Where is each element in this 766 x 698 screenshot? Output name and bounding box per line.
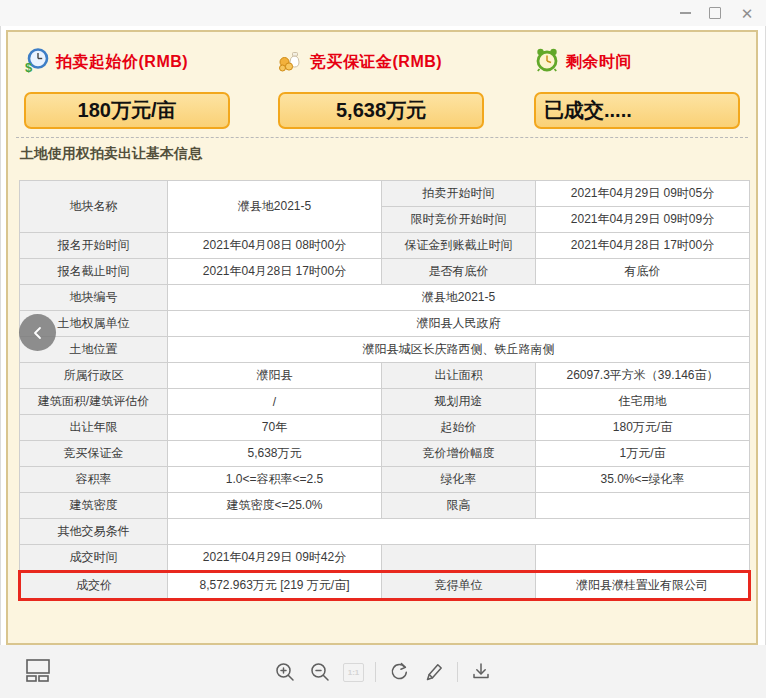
download-icon bbox=[470, 661, 492, 683]
table-label-cell: 容积率 bbox=[20, 467, 168, 493]
table-value-cell: 濮县地2021-5 bbox=[168, 181, 382, 233]
table-row: 报名截止时间2021年04月28日 17时00分是否有底价有底价 bbox=[20, 259, 750, 285]
edit-button[interactable] bbox=[422, 660, 446, 684]
bottom-toolbar: 1:1 bbox=[0, 645, 766, 698]
table-value-cell: 70年 bbox=[168, 415, 382, 441]
table-label-cell: 建筑面积/建筑评估价 bbox=[20, 389, 168, 415]
table-row-highlighted: 成交价8,572.963万元 [219 万元/亩]竞得单位濮阳县濮桂置业有限公司 bbox=[20, 572, 750, 600]
toolbar-separator bbox=[375, 662, 376, 682]
table-value-cell: 建筑密度<=25.0% bbox=[168, 493, 382, 519]
table-value-cell: 2021年04月08日 08时00分 bbox=[168, 233, 382, 259]
zoom-out-icon bbox=[309, 661, 331, 683]
close-button[interactable]: ✕ bbox=[736, 3, 758, 23]
actual-size-label: 1:1 bbox=[348, 668, 360, 677]
table-label-cell: 出让面积 bbox=[382, 363, 536, 389]
table-label-cell: 成交价 bbox=[20, 572, 168, 600]
minimize-icon bbox=[680, 12, 691, 14]
table-label-cell: 建筑密度 bbox=[20, 493, 168, 519]
table-value-cell: 濮阳县城区长庆路西侧、铁丘路南侧 bbox=[168, 337, 750, 363]
actual-size-button[interactable]: 1:1 bbox=[343, 663, 364, 682]
table-label-cell: 其他交易条件 bbox=[20, 519, 168, 545]
table-label-cell: 竞得单位 bbox=[382, 572, 536, 600]
table-row: 土地权属单位濮阳县人民政府 bbox=[20, 311, 750, 337]
alarm-clock-icon bbox=[534, 47, 560, 77]
maximize-icon bbox=[709, 7, 721, 19]
time-left-header: 剩余时间 bbox=[534, 48, 632, 76]
table-value-cell bbox=[168, 519, 750, 545]
table-value-cell: 2021年04月29日 09时05分 bbox=[536, 181, 750, 207]
svg-text:$: $ bbox=[25, 60, 33, 73]
table-label-cell: 地块编号 bbox=[20, 285, 168, 311]
deposit-label: 竞买保证金(RMB) bbox=[310, 52, 442, 73]
table-value-cell: 35.0%<=绿化率 bbox=[536, 467, 750, 493]
pencil-icon bbox=[423, 661, 445, 683]
table-row: 地块名称濮县地2021-5拍卖开始时间2021年04月29日 09时05分 bbox=[20, 181, 750, 207]
zoom-in-button[interactable] bbox=[273, 660, 297, 684]
table-value-cell: 2021年04月28日 17时00分 bbox=[536, 233, 750, 259]
table-value-cell: 住宅用地 bbox=[536, 389, 750, 415]
table-label-cell: 拍卖开始时间 bbox=[382, 181, 536, 207]
table-label-cell: 出让年限 bbox=[20, 415, 168, 441]
table-row: 出让年限70年起始价180万元/亩 bbox=[20, 415, 750, 441]
auction-detail-window: { "window": { "close_glyph": "✕" }, "sta… bbox=[0, 0, 766, 698]
table-label-cell bbox=[382, 545, 536, 572]
table-label-cell: 所属行政区 bbox=[20, 363, 168, 389]
table-label-cell: 保证金到账截止时间 bbox=[382, 233, 536, 259]
table-row: 竞买保证金5,638万元竞价增价幅度1万元/亩 bbox=[20, 441, 750, 467]
table-label-cell: 报名截止时间 bbox=[20, 259, 168, 285]
table-value-cell: 180万元/亩 bbox=[536, 415, 750, 441]
zoom-out-button[interactable] bbox=[308, 660, 332, 684]
rotate-button[interactable] bbox=[387, 660, 411, 684]
chevron-left-icon bbox=[30, 325, 46, 341]
table-label-cell: 是否有底价 bbox=[382, 259, 536, 285]
info-table: 地块名称濮县地2021-5拍卖开始时间2021年04月29日 09时05分限时竞… bbox=[18, 180, 751, 601]
table-value-cell: 26097.3平方米（39.146亩） bbox=[536, 363, 750, 389]
table-label-cell: 地块名称 bbox=[20, 181, 168, 233]
table-value-cell: 濮县地2021-5 bbox=[168, 285, 750, 311]
table-label-cell: 竞买保证金 bbox=[20, 441, 168, 467]
table-value-cell: 濮阳县人民政府 bbox=[168, 311, 750, 337]
table-value-cell bbox=[536, 493, 750, 519]
maximize-button[interactable] bbox=[704, 3, 726, 23]
table-row: 所属行政区濮阳县出让面积26097.3平方米（39.146亩） bbox=[20, 363, 750, 389]
table-value-cell: 有底价 bbox=[536, 259, 750, 285]
start-price-value: 180万元/亩 bbox=[24, 92, 230, 129]
table-label-cell: 起始价 bbox=[382, 415, 536, 441]
table-row: 其他交易条件 bbox=[20, 519, 750, 545]
table-label-cell: 限时竞价开始时间 bbox=[382, 207, 536, 233]
minimize-button[interactable] bbox=[674, 3, 696, 23]
section-title: 土地使用权拍卖出让基本信息 bbox=[20, 145, 202, 163]
table-label-cell: 绿化率 bbox=[382, 467, 536, 493]
viewer-toolbar: 1:1 bbox=[0, 654, 766, 690]
table-label-cell: 限高 bbox=[382, 493, 536, 519]
time-left-value: 已成交..... bbox=[534, 92, 740, 129]
table-value-cell bbox=[536, 545, 750, 572]
download-button[interactable] bbox=[469, 660, 493, 684]
deposit-header: 竞买保证金(RMB) bbox=[278, 48, 442, 76]
table-value-cell: 濮阳县 bbox=[168, 363, 382, 389]
table-value-cell: 1.0<=容积率<=2.5 bbox=[168, 467, 382, 493]
dashed-divider bbox=[16, 137, 748, 138]
table-value-cell: 2021年04月29日 09时42分 bbox=[168, 545, 382, 572]
close-icon: ✕ bbox=[741, 6, 754, 21]
table-row: 地块编号濮县地2021-5 bbox=[20, 285, 750, 311]
time-left-label: 剩余时间 bbox=[566, 52, 632, 73]
titlebar: ✕ bbox=[0, 0, 766, 26]
money-bags-icon bbox=[278, 47, 304, 77]
start-price-header: $ 拍卖起始价(RMB) bbox=[24, 48, 188, 76]
clock-money-icon: $ bbox=[24, 47, 50, 77]
table-row: 容积率1.0<=容积率<=2.5绿化率35.0%<=绿化率 bbox=[20, 467, 750, 493]
table-label-cell: 竞价增价幅度 bbox=[382, 441, 536, 467]
table-row: 土地位置濮阳县城区长庆路西侧、铁丘路南侧 bbox=[20, 337, 750, 363]
start-price-label: 拍卖起始价(RMB) bbox=[56, 52, 188, 73]
table-row: 成交时间2021年04月29日 09时42分 bbox=[20, 545, 750, 572]
info-table-body: 地块名称濮县地2021-5拍卖开始时间2021年04月29日 09时05分限时竞… bbox=[20, 181, 750, 600]
table-row: 建筑密度建筑密度<=25.0%限高 bbox=[20, 493, 750, 519]
back-button[interactable] bbox=[19, 314, 56, 351]
zoom-in-icon bbox=[274, 661, 296, 683]
table-row: 建筑面积/建筑评估价/规划用途住宅用地 bbox=[20, 389, 750, 415]
deposit-value: 5,638万元 bbox=[278, 92, 484, 129]
table-label-cell: 规划用途 bbox=[382, 389, 536, 415]
table-label-cell: 报名开始时间 bbox=[20, 233, 168, 259]
table-value-cell: / bbox=[168, 389, 382, 415]
